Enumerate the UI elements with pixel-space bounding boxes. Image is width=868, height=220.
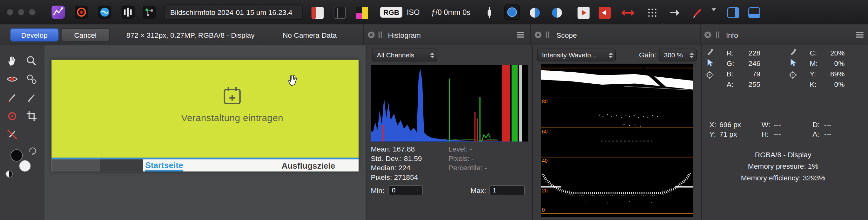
no-overlay-tool[interactable] [5,127,19,141]
blemish-removal-tool[interactable] [25,72,39,86]
photo-persona-icon[interactable] [51,5,65,19]
camera-data-text: No Camera Data [283,25,337,45]
default-colors-icon[interactable] [5,170,13,178]
nav-tab-secondary: Ausflugsziele [281,161,335,171]
panel-separator [363,25,364,45]
swap-colors-icon[interactable] [29,147,36,157]
info-menu-icon[interactable] [856,32,864,37]
histogram-plot [371,65,528,142]
before-after-split-icon[interactable] [528,5,542,20]
scope-mode-value: Intensity Wavefo... [542,51,606,59]
secondary-color-well[interactable] [19,160,31,172]
crosshair-icon[interactable] [788,71,797,79]
develop-overlay-toggle[interactable] [504,4,520,20]
split-view-icon[interactable] [310,5,324,20]
eyedropper-icon[interactable] [789,47,798,56]
primary-color-well[interactable] [10,149,23,161]
scope-close-icon[interactable] [534,31,542,39]
red-eye-removal-tool[interactable] [5,72,19,86]
window-zoom-button[interactable] [29,9,36,15]
min-input[interactable] [389,185,423,195]
left-panel-toggle-icon[interactable] [726,5,740,20]
pos-h-value: --- [774,130,781,138]
pos-x-label: X: [710,120,716,129]
info-panel-tab[interactable]: Info [726,25,738,45]
shadow-clipping-icon[interactable] [577,5,591,20]
pos-y-value: 71 px [719,130,737,138]
tone-mapping-persona-icon[interactable] [121,5,135,19]
apply-arrow-icon[interactable] [667,5,682,20]
document-title: Bildschirmfoto 2024-01-15 um 16.23.4 [170,8,292,16]
gain-value: 300 % [664,51,687,59]
bottom-panel-toggle-icon[interactable] [747,5,761,20]
main-area: Veranstaltung eintragen Startseite Ausfl… [0,45,868,220]
zoom-tool[interactable] [25,53,39,68]
eyedropper-icon[interactable] [706,47,714,56]
strip-dark-segment [100,159,143,172]
stat-mean: Mean: 167.88 [371,145,415,153]
clipped-tones-icon[interactable] [621,5,635,20]
blemish-syringe-icon[interactable] [482,5,496,20]
mirror-view-icon[interactable] [355,5,369,20]
histogram-panel-tab[interactable]: Histogram [388,25,421,45]
cursor-icon[interactable] [707,59,715,67]
calendar-plus-icon [222,85,243,106]
canvas[interactable]: Veranstaltung eintragen Startseite Ausfl… [44,45,366,220]
navigation-strip: Startseite Ausflugsziele [52,159,359,172]
liquify-persona-icon[interactable] [97,5,112,19]
histogram-drag-grip[interactable] [379,31,382,38]
crosshair-icon[interactable] [705,71,714,79]
export-persona-icon[interactable] [142,5,156,19]
channel-select[interactable]: All Channels [372,49,437,62]
titlebar: Bildschirmfoto 2024-01-15 um 16.23.4 RGB… [0,0,868,25]
overlay-erase-brush-tool[interactable] [25,91,39,105]
highlight-clipping-icon[interactable] [597,5,612,20]
overlay-gradient-tool[interactable] [5,109,19,123]
exif-info: ISO --- ƒ/0 0mm 0s [407,0,470,25]
document-image[interactable]: Veranstaltung eintragen Startseite Ausfl… [52,60,359,171]
affinity-develop-window: Bildschirmfoto 2024-01-15 um 16.23.4 RGB… [0,0,868,220]
scope-mode-select[interactable]: Intensity Wavefo... [537,49,616,62]
channel-select-value: All Channels [377,51,428,59]
memory-efficiency-text: Memory efficiency: 3293% [702,174,865,182]
max-label: Max: [471,186,486,195]
single-view-icon[interactable] [333,5,347,20]
window-minimize-button[interactable] [18,9,25,15]
rgba-value: 246 [740,59,760,68]
banner-region: Veranstaltung eintragen [52,60,359,157]
pos-d-label: D: [812,120,820,129]
overlay-paint-brush-tool[interactable] [5,91,19,105]
banner-headline: Veranstaltung eintragen [121,113,343,124]
window-close-button[interactable] [7,9,13,15]
view-hand-tool[interactable] [5,53,19,68]
info-drag-grip[interactable] [716,31,719,38]
pos-h-label: H: [762,130,769,138]
format-text: RGBA/8 - Display [702,151,865,159]
cursor-icon[interactable] [790,59,798,67]
grid-icon[interactable] [645,5,659,20]
crop-tool[interactable] [25,109,39,123]
document-title-select[interactable]: Bildschirmfoto 2024-01-15 um 16.23.4 [164,4,303,20]
before-after-mirror-icon[interactable] [550,5,564,20]
scope-drag-grip[interactable] [546,31,549,38]
histogram-close-icon[interactable] [368,31,375,39]
pos-w-value: --- [774,120,781,129]
rgba-value: 255 [740,80,760,88]
red-pen-tool-icon[interactable] [690,5,705,20]
scope-panel-tab[interactable]: Scope [556,25,577,45]
develop-persona-icon[interactable] [74,5,89,19]
stepper-icon [689,52,694,58]
gain-select[interactable]: 300 % [659,49,697,62]
cmyk-label: K: [810,80,816,88]
develop-button[interactable]: Develop [10,28,59,41]
cancel-button[interactable]: Cancel [61,28,110,41]
chevron-down-icon[interactable] [712,11,716,21]
rgb-format-badge[interactable]: RGB [380,7,402,18]
info-close-icon[interactable] [704,31,711,39]
rgba-label: G: [727,59,734,68]
nav-tab-active: Startseite [145,160,183,172]
histogram-menu-icon[interactable] [517,32,524,37]
stat-percentile: Percentile: - [448,164,487,172]
memory-pressure-text: Memory pressure: 1% [702,162,865,170]
max-input[interactable] [489,185,525,195]
